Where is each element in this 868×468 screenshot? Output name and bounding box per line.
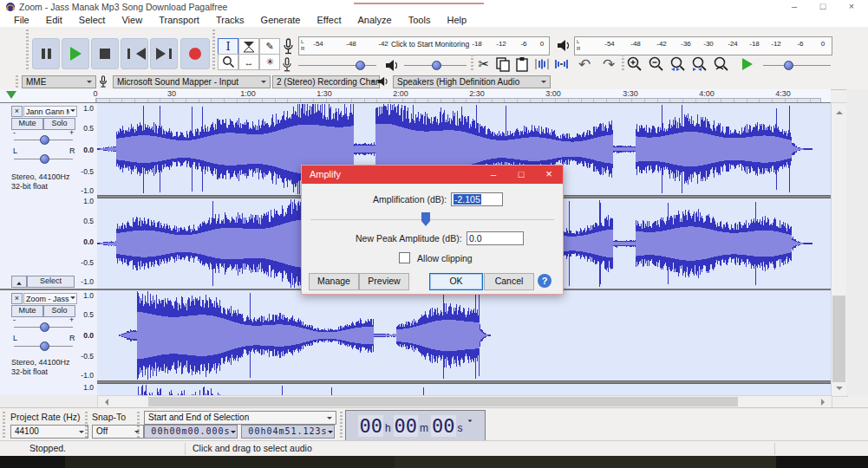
menu-view[interactable]: View (114, 14, 149, 27)
transport-toolbar-grip[interactable] (26, 29, 29, 71)
allow-clipping-checkbox[interactable] (399, 252, 410, 263)
preview-button[interactable]: Preview (359, 273, 409, 290)
play-at-speed-button[interactable] (737, 55, 758, 73)
new-peak-input[interactable]: 0.0 (467, 231, 524, 245)
selection-tool-button[interactable]: I (218, 38, 238, 55)
selection-toolbar-grip[interactable] (3, 412, 5, 438)
vertical-scrollbar[interactable] (831, 102, 848, 397)
manage-button[interactable]: Manage (309, 273, 359, 290)
playback-volume-slider[interactable] (404, 58, 467, 72)
zoom-toggle-button[interactable] (713, 55, 731, 73)
recording-volume-thumb[interactable] (356, 61, 365, 70)
track-2-gain-thumb[interactable] (40, 322, 49, 332)
amplify-slider-thumb[interactable] (421, 212, 430, 226)
recording-device-select[interactable]: Microsoft Sound Mapper - Input (113, 75, 271, 88)
skip-to-start-button[interactable] (121, 38, 148, 69)
track-1-close-button[interactable]: × (11, 106, 23, 117)
cut-button[interactable]: ✂ (475, 55, 493, 73)
zoom-tool-button[interactable] (218, 54, 238, 70)
track-2-name-menu[interactable]: Zoom - Jass (23, 293, 77, 304)
menu-analyze[interactable]: Analyze (351, 14, 399, 27)
dialog-minimize-button[interactable]: – (480, 166, 507, 184)
multi-tool-button[interactable]: ✳ (259, 54, 280, 70)
paste-button[interactable] (514, 56, 530, 72)
scroll-down-icon[interactable] (836, 387, 843, 393)
trim-audio-button[interactable] (534, 56, 550, 72)
amplify-slider-track[interactable] (310, 219, 554, 220)
zoom-out-button[interactable] (648, 55, 666, 73)
scroll-up-icon[interactable] (836, 107, 843, 114)
playback-device-select[interactable]: Speakers (High Definition Audio (393, 75, 551, 88)
playback-speed-slider[interactable] (763, 58, 831, 72)
track-1-pan-thumb[interactable] (40, 154, 49, 164)
edit-toolbar-grip[interactable] (471, 55, 473, 72)
ok-button[interactable]: OK (429, 273, 483, 290)
copy-button[interactable] (495, 56, 511, 72)
playback-speed-thumb[interactable] (784, 61, 793, 70)
selection-mode-select[interactable]: Start and End of Selection (144, 411, 336, 425)
menu-generate[interactable]: Generate (254, 14, 308, 27)
track-2-vertical-ruler[interactable]: 1.0 0.5 0.0 -0.5 -1.0 1.0 (75, 290, 98, 396)
minimize-button[interactable]: – (781, 0, 807, 13)
device-toolbar-grip[interactable] (16, 75, 18, 88)
playback-meter[interactable]: L R -54 -48 -42 -36 -30 -24 -18 -12 -6 0 (574, 36, 832, 55)
track-2-channel-1-waveform[interactable] (97, 290, 831, 380)
track-1-collapse-button[interactable] (11, 276, 27, 288)
undo-button[interactable]: ↶ (574, 55, 595, 74)
selection-start-field[interactable]: 00h00m00.000s (144, 425, 238, 439)
vertical-scroll-thumb[interactable] (832, 296, 845, 382)
track-2-pan-thumb[interactable] (40, 341, 49, 351)
menu-file[interactable]: File (7, 14, 36, 27)
draw-tool-button[interactable]: ✎ (259, 38, 280, 55)
track-1-pan-slider[interactable] (14, 153, 73, 164)
recording-channels-select[interactable]: 2 (Stereo) Recording Chann (272, 75, 380, 88)
zoom-selection-button[interactable] (669, 55, 688, 73)
scroll-left-icon[interactable] (101, 399, 108, 406)
track-2-pan-slider[interactable] (14, 341, 73, 351)
project-rate-select[interactable]: 44100 (10, 425, 88, 439)
audio-position-display[interactable]: 00 h 00 m 00 s (345, 410, 486, 441)
timeline-ruler[interactable]: 0 30 1:00 1:30 2:00 2:30 3:00 3:30 4:00 … (0, 89, 831, 103)
envelope-tool-button[interactable] (238, 38, 259, 55)
menu-tools[interactable]: Tools (401, 14, 438, 27)
menu-edit[interactable]: Edit (39, 14, 69, 27)
snap-grip[interactable] (85, 412, 88, 438)
silence-audio-button[interactable] (553, 56, 569, 72)
audio-host-select[interactable]: MME (22, 75, 96, 88)
zoom-fit-button[interactable] (691, 55, 709, 73)
scroll-right-icon[interactable] (821, 399, 828, 406)
amplify-dialog-titlebar[interactable]: Amplify – □ × (302, 166, 563, 184)
zoom-in-button[interactable] (626, 55, 644, 73)
track-2-close-button[interactable]: × (11, 293, 23, 304)
tools-toolbar-grip[interactable] (212, 29, 215, 71)
selection-end-field[interactable]: 00h04m51.123s (241, 425, 335, 439)
monitor-hint[interactable]: Click to Start Monitoring (391, 40, 469, 49)
zoom-toolbar-grip[interactable] (622, 55, 624, 72)
recording-volume-slider[interactable] (298, 58, 376, 72)
help-button[interactable]: ? (538, 274, 551, 288)
menu-tracks[interactable]: Tracks (209, 14, 251, 27)
skip-to-end-button[interactable] (150, 38, 178, 69)
restore-button[interactable]: □ (810, 0, 836, 13)
menu-effect[interactable]: Effect (310, 14, 349, 27)
track-1-name-menu[interactable]: Jann Gann M (23, 106, 77, 117)
track-2-channel-2-waveform[interactable] (97, 384, 831, 396)
dialog-restore-button[interactable]: □ (507, 166, 535, 184)
stop-button[interactable] (91, 38, 119, 69)
dialog-close-button[interactable]: × (535, 166, 563, 184)
play-button[interactable] (62, 38, 89, 69)
close-button[interactable]: × (839, 0, 865, 13)
selection-fields-grip[interactable] (137, 412, 140, 438)
amplification-input[interactable]: -2.105 (451, 192, 503, 206)
redo-button[interactable]: ↷ (598, 55, 619, 74)
menu-select[interactable]: Select (72, 14, 113, 27)
pause-button[interactable] (32, 38, 60, 69)
track-1-select-button[interactable]: Select (27, 276, 75, 288)
track-1-gain-thumb[interactable] (40, 135, 49, 145)
time-shift-tool-button[interactable]: ↔ (238, 54, 259, 70)
time-display-grip[interactable] (340, 412, 343, 438)
menu-help[interactable]: Help (440, 14, 473, 27)
track-1-mute-button[interactable]: Mute (11, 118, 43, 130)
track-1-gain-slider[interactable] (14, 134, 73, 145)
record-button[interactable] (180, 38, 210, 69)
